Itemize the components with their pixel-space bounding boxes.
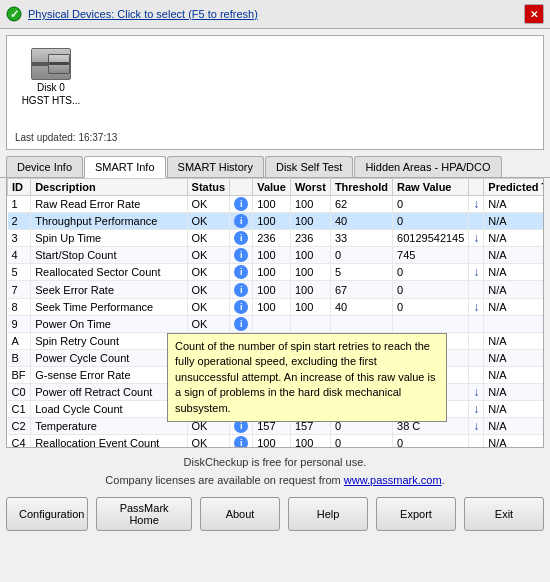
content-area: ID Description Status Value Worst Thresh… bbox=[6, 178, 544, 448]
cell-arrow bbox=[469, 332, 484, 349]
cell-desc: Power On Time bbox=[31, 315, 187, 332]
col-arrow bbox=[469, 179, 484, 196]
cell-value bbox=[253, 315, 291, 332]
cell-value: 100 bbox=[253, 247, 291, 264]
tab-smart-info[interactable]: SMART Info bbox=[84, 156, 166, 178]
cell-desc: Reallocated Sector Count bbox=[31, 264, 187, 281]
info-icon[interactable]: i bbox=[234, 436, 248, 447]
cell-info[interactable]: i bbox=[230, 264, 253, 281]
tab-disk-self-test[interactable]: Disk Self Test bbox=[265, 156, 353, 177]
cell-info[interactable]: i bbox=[230, 315, 253, 332]
cell-value: 100 bbox=[253, 435, 291, 447]
cell-value: 100 bbox=[253, 196, 291, 213]
tab-hidden-areas[interactable]: Hidden Areas - HPA/DCO bbox=[354, 156, 501, 177]
cell-arrow bbox=[469, 281, 484, 298]
tab-device-info[interactable]: Device Info bbox=[6, 156, 83, 177]
cell-tec: N/A bbox=[484, 435, 543, 447]
cell-info[interactable]: i bbox=[230, 213, 253, 230]
info-icon[interactable]: i bbox=[234, 317, 248, 331]
title-text[interactable]: Physical Devices: Click to select (F5 to… bbox=[28, 8, 258, 20]
cell-info[interactable]: i bbox=[230, 196, 253, 213]
cell-desc: Throughput Performance bbox=[31, 213, 187, 230]
cell-info[interactable]: i bbox=[230, 298, 253, 315]
cell-tec: N/A bbox=[484, 349, 543, 366]
cell-id: 1 bbox=[8, 196, 31, 213]
cell-worst bbox=[290, 315, 330, 332]
info-icon[interactable]: i bbox=[234, 265, 248, 279]
cell-desc: Spin Up Time bbox=[31, 230, 187, 247]
app-icon: ✓ bbox=[6, 6, 22, 22]
footer-link[interactable]: www.passmark.com bbox=[344, 474, 442, 486]
info-icon[interactable]: i bbox=[234, 300, 248, 314]
footer-line1: DiskCheckup is free for personal use. bbox=[0, 454, 550, 472]
cell-worst: 236 bbox=[290, 230, 330, 247]
cell-tec: N/A bbox=[484, 298, 543, 315]
info-icon[interactable]: i bbox=[234, 197, 248, 211]
cell-tec: N/A bbox=[484, 230, 543, 247]
cell-threshold: 0 bbox=[330, 247, 392, 264]
cell-worst: 100 bbox=[290, 435, 330, 447]
last-updated: Last updated: 16:37:13 bbox=[11, 130, 539, 145]
exit-button[interactable]: Exit bbox=[464, 497, 544, 531]
cell-desc: Spin Retry Count bbox=[31, 332, 187, 349]
cell-info[interactable]: i bbox=[230, 435, 253, 447]
cell-status: OK bbox=[187, 315, 230, 332]
tab-smart-history[interactable]: SMART History bbox=[167, 156, 264, 177]
cell-raw bbox=[393, 315, 469, 332]
close-button[interactable]: ✕ bbox=[524, 4, 544, 24]
about-button[interactable]: About bbox=[200, 497, 280, 531]
cell-value: 100 bbox=[253, 264, 291, 281]
cell-info[interactable]: i bbox=[230, 281, 253, 298]
col-value: Value bbox=[253, 179, 291, 196]
cell-id: 4 bbox=[8, 247, 31, 264]
cell-desc: Raw Read Error Rate bbox=[31, 196, 187, 213]
configuration-button[interactable]: Configuration bbox=[6, 497, 88, 531]
cell-info[interactable]: i bbox=[230, 247, 253, 264]
cell-raw: 0 bbox=[393, 298, 469, 315]
table-row: 1 Raw Read Error Rate OK i 100 100 62 0 … bbox=[8, 196, 544, 213]
cell-info[interactable]: i bbox=[230, 230, 253, 247]
col-worst: Worst bbox=[290, 179, 330, 196]
col-description: Description bbox=[31, 179, 187, 196]
cell-status: OK bbox=[187, 196, 230, 213]
tooltip-box: Count of the number of spin start retrie… bbox=[167, 333, 447, 422]
export-button[interactable]: Export bbox=[376, 497, 456, 531]
button-bar: Configuration PassMark Home About Help E… bbox=[0, 493, 550, 537]
cell-id: 3 bbox=[8, 230, 31, 247]
cell-arrow: ↓ bbox=[469, 418, 484, 435]
cell-worst: 100 bbox=[290, 298, 330, 315]
cell-id: 2 bbox=[8, 213, 31, 230]
cell-arrow: ↓ bbox=[469, 298, 484, 315]
info-icon[interactable]: i bbox=[234, 214, 248, 228]
cell-raw: 745 bbox=[393, 247, 469, 264]
cell-threshold: 0 bbox=[330, 435, 392, 447]
cell-status: OK bbox=[187, 298, 230, 315]
table-row: 8 Seek Time Performance OK i 100 100 40 … bbox=[8, 298, 544, 315]
cell-worst: 100 bbox=[290, 196, 330, 213]
info-icon[interactable]: i bbox=[234, 248, 248, 262]
cell-status: OK bbox=[187, 230, 230, 247]
passmark-home-button[interactable]: PassMark Home bbox=[96, 497, 192, 531]
help-button[interactable]: Help bbox=[288, 497, 368, 531]
cell-arrow bbox=[469, 213, 484, 230]
cell-id: C1 bbox=[8, 401, 31, 418]
cell-tec: N/A bbox=[484, 332, 543, 349]
cell-id: BF bbox=[8, 366, 31, 383]
cell-worst: 100 bbox=[290, 264, 330, 281]
footer-line2: Company licenses are available on reques… bbox=[0, 472, 550, 490]
disk-device-item[interactable]: Disk 0 HGST HTS... bbox=[11, 48, 91, 106]
arrow-icon: ↓ bbox=[473, 300, 479, 314]
cell-desc: Start/Stop Count bbox=[31, 247, 187, 264]
cell-status: OK bbox=[187, 435, 230, 447]
arrow-icon: ↓ bbox=[473, 402, 479, 416]
arrow-icon: ↓ bbox=[473, 265, 479, 279]
cell-desc: Load Cycle Count bbox=[31, 401, 187, 418]
table-row: 7 Seek Error Rate OK i 100 100 67 0 N/A bbox=[8, 281, 544, 298]
disk-name: Disk 0 bbox=[37, 82, 65, 93]
info-icon[interactable]: i bbox=[234, 283, 248, 297]
cell-threshold bbox=[330, 315, 392, 332]
footer-text: DiskCheckup is free for personal use. Co… bbox=[0, 448, 550, 493]
disk-model: HGST HTS... bbox=[22, 95, 81, 106]
info-icon[interactable]: i bbox=[234, 231, 248, 245]
cell-arrow: ↓ bbox=[469, 401, 484, 418]
